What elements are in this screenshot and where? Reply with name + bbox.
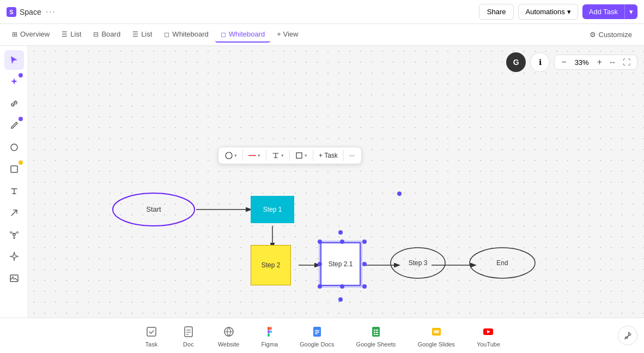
sel-dot-ml [318,262,322,266]
bottom-dock: Task Doc Website Figma [0,318,644,353]
dock-google-docs-label: Google Docs [300,341,335,348]
tool-select[interactable] [4,50,24,70]
tool-image[interactable] [4,268,24,288]
share-button[interactable]: Share [479,4,514,20]
whiteboard-canvas[interactable]: G ℹ − 33% + ↔ ⛶ [28,46,644,318]
tool-pen[interactable] [4,116,24,135]
add-task-chevron-icon[interactable]: ▾ [624,4,637,19]
tool-circle[interactable] [4,137,24,157]
tool-arrow[interactable] [4,203,24,223]
step2-label: Step 2 [262,261,281,269]
end-node[interactable]: End [467,244,538,284]
svg-rect-28 [268,330,270,333]
step21-node[interactable]: Step 2.1 [320,242,361,286]
svg-rect-36 [374,330,375,331]
tool-link[interactable] [4,94,24,113]
tab-whiteboard1[interactable]: ◻ Whiteboard [159,27,214,43]
conn-dot-top [338,230,343,235]
svg-rect-26 [268,327,270,330]
space-name: Space [20,8,41,16]
svg-text:Start: Start [146,205,161,213]
float-toolbar: ▾ ▾ ▾ ▾ + Task ··· [218,147,362,164]
tab-board-label: Board [101,30,120,38]
add-task-tool-button[interactable]: + Task [315,149,341,161]
tab-list2[interactable]: ☰ List [127,27,157,43]
dock-doc[interactable]: Doc [170,320,207,352]
sel-dot-bl [318,284,322,289]
svg-point-4 [16,232,18,234]
step3-node[interactable]: Step 3 [388,244,448,284]
tab-board[interactable]: ⊟ Board [88,27,126,43]
text-tool-button[interactable]: ▾ [269,149,287,161]
automations-chevron-icon: ▾ [567,8,571,16]
shape-tool-button[interactable]: ▾ [222,149,240,161]
svg-rect-20 [147,327,156,336]
tab-list1-label: List [70,30,81,38]
list1-icon: ☰ [62,31,68,38]
zoom-out-button[interactable]: − [559,57,568,67]
add-task-button[interactable]: Add Task ▾ [582,4,637,19]
dock-website[interactable]: Website [207,320,251,352]
tool-network[interactable] [4,225,24,244]
whiteboard2-icon: ◻ [221,31,226,38]
dock-youtube[interactable]: YouTube [466,320,511,352]
topbar: S Space ··· Share Automations ▾ Add Task… [0,0,644,24]
add-task-label: Add Task [582,4,624,19]
task-icon [144,324,159,339]
dock-task[interactable]: Task [133,320,170,352]
website-icon [221,324,236,339]
svg-rect-40 [374,334,375,335]
zoom-controls: − 33% + ↔ ⛶ [554,55,637,70]
svg-rect-43 [434,330,439,333]
add-view-button[interactable]: + View [271,27,303,43]
more-tool-button[interactable]: ··· [346,149,358,161]
svg-rect-32 [315,330,319,331]
tab-list1[interactable]: ☰ List [56,27,87,43]
svg-rect-21 [185,327,192,337]
dock-google-slides[interactable]: Google Slides [406,320,466,352]
svg-rect-35 [372,327,380,337]
space-icon: S [7,7,16,17]
dock-google-sheets[interactable]: Google Sheets [345,320,407,352]
sidebar [0,46,28,318]
tool-text[interactable] [4,181,24,201]
zoom-in-button[interactable]: + [595,57,604,67]
step21-label: Step 2.1 [329,260,353,268]
canvas-controls: G ℹ − 33% + ↔ ⛶ [506,52,637,72]
toolbar-divider-1 [242,150,243,161]
dock-task-label: Task [145,341,158,348]
fullscreen-button[interactable]: ⛶ [621,58,633,67]
start-node[interactable]: Start [110,190,197,231]
conn-dot-step1 [397,192,402,196]
rect-tool-button[interactable]: ▾ [292,149,311,161]
svg-text:End: End [496,259,508,267]
tool-ai-brush[interactable] [4,72,24,92]
dock-figma-label: Figma [261,341,278,348]
youtube-icon [481,324,496,339]
info-button[interactable]: ℹ [530,52,550,72]
step2-node[interactable]: Step 2 [251,245,291,285]
tab-whiteboard2[interactable]: ◻ Whiteboard [215,27,270,43]
svg-point-0 [11,144,17,151]
step1-node[interactable]: Step 1 [251,196,294,223]
svg-line-6 [11,233,14,234]
svg-rect-38 [374,332,375,333]
tool-sticky[interactable] [4,159,24,179]
svg-point-2 [13,234,15,236]
dock-youtube-label: YouTube [477,341,500,348]
sel-dot-tr [362,240,367,244]
toolbar-divider-2 [266,150,266,161]
tool-ai-star[interactable] [4,247,24,266]
dock-figma[interactable]: Figma [250,320,289,352]
automations-button[interactable]: Automations ▾ [518,4,578,20]
tab-overview-label: Overview [20,30,50,38]
stroke-tool-button[interactable]: ▾ [245,151,264,160]
dock-google-docs[interactable]: Google Docs [289,320,345,352]
more-options-icon[interactable]: ··· [46,7,56,17]
tab-overview[interactable]: ⊞ Overview [7,27,55,43]
zoom-fit-button[interactable]: ↔ [606,58,618,67]
pin-button[interactable] [618,326,637,345]
add-task-tool-label: + Task [319,152,338,159]
customize-button[interactable]: ⚙ Customize [584,28,637,41]
gear-icon: ⚙ [590,31,596,39]
